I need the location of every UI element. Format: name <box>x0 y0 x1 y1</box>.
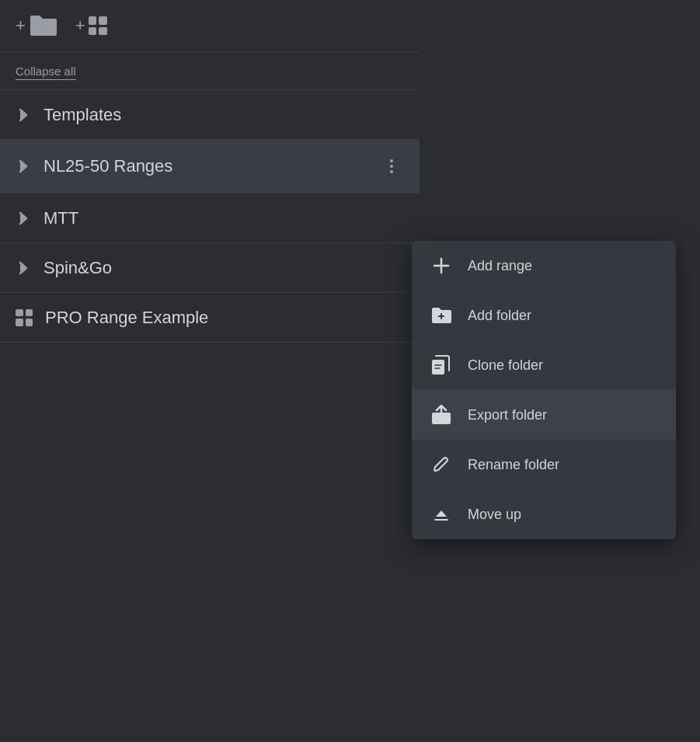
context-menu-rename-folder[interactable]: Rename folder <box>412 440 676 489</box>
collapse-all-section: Collapse all <box>0 52 420 90</box>
svg-rect-0 <box>432 360 444 374</box>
sidebar: + + Collapse all Templ <box>0 0 420 742</box>
export-folder-icon <box>430 404 452 426</box>
context-menu-export-folder[interactable]: Export folder <box>412 390 676 440</box>
nav-item-mtt[interactable]: MTT <box>0 193 420 243</box>
nav-item-spingo[interactable]: Spin&Go <box>0 243 420 293</box>
context-menu-clone-folder[interactable]: Clone folder <box>412 340 676 390</box>
more-options-button[interactable] <box>379 154 404 179</box>
clone-folder-icon <box>430 354 452 376</box>
move-up-icon <box>430 503 452 525</box>
context-menu-add-range[interactable]: Add range <box>412 241 676 291</box>
nav-list: Templates NL25-50 Ranges MTT <box>0 90 420 343</box>
grid-item-icon <box>16 309 33 326</box>
mtt-label: MTT <box>44 208 404 228</box>
plus-label: + <box>16 16 26 36</box>
templates-label: Templates <box>44 105 404 125</box>
dot <box>390 159 393 162</box>
add-folder-label: Add folder <box>468 308 531 324</box>
context-menu-add-folder[interactable]: Add folder <box>412 291 676 340</box>
rename-folder-label: Rename folder <box>468 457 559 473</box>
nav-item-templates[interactable]: Templates <box>0 90 420 140</box>
add-folder-icon <box>430 305 452 326</box>
dot <box>390 170 393 173</box>
folder-icon <box>29 14 57 37</box>
collapse-all-button[interactable]: Collapse all <box>16 64 76 80</box>
nl25-50-label: NL25-50 Ranges <box>44 156 379 176</box>
export-folder-label: Export folder <box>468 407 547 423</box>
context-menu: Add range Add folder Clone folder <box>412 241 676 539</box>
chevron-icon <box>16 260 31 276</box>
clone-folder-label: Clone folder <box>468 357 543 374</box>
rename-icon <box>430 454 452 476</box>
add-folder-button[interactable]: + <box>16 14 57 37</box>
toolbar: + + <box>0 0 420 52</box>
chevron-icon <box>16 211 31 226</box>
chevron-icon <box>16 107 31 123</box>
dot <box>390 165 393 168</box>
chevron-icon <box>16 159 31 174</box>
spingo-label: Spin&Go <box>44 258 404 278</box>
plus-grid-label: + <box>75 16 85 36</box>
grid-icon <box>89 16 107 35</box>
move-up-label: Move up <box>468 507 521 523</box>
add-grid-button[interactable]: + <box>75 16 107 36</box>
pro-range-label: PRO Range Example <box>45 308 404 328</box>
context-menu-move-up[interactable]: Move up <box>412 489 676 539</box>
nav-item-pro-range[interactable]: PRO Range Example <box>0 293 420 343</box>
nav-item-nl25-50[interactable]: NL25-50 Ranges <box>0 140 420 193</box>
plus-icon <box>430 255 452 277</box>
add-range-label: Add range <box>468 258 532 274</box>
